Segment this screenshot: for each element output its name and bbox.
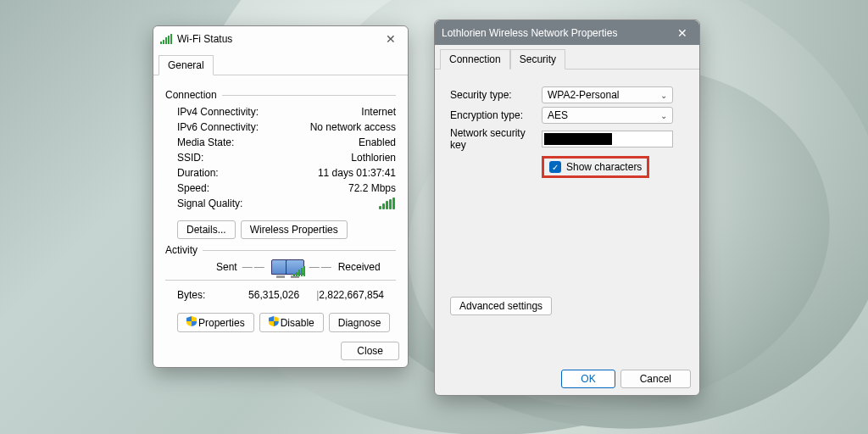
redacted-key	[544, 133, 612, 145]
properties-button[interactable]: Properties	[177, 313, 254, 332]
network-properties-window: Lothlorien Wireless Network Properties ✕…	[434, 19, 700, 396]
network-key-input[interactable]	[542, 131, 673, 147]
bytes-received-value: 2,822,667,854	[319, 289, 384, 301]
wireless-properties-button[interactable]: Wireless Properties	[241, 220, 348, 239]
network-activity-icon	[271, 259, 304, 275]
show-characters-checkbox[interactable]: ✓	[549, 161, 561, 173]
divider: ——	[304, 261, 338, 273]
duration-value: 11 days 01:37:41	[318, 167, 396, 179]
show-characters-highlight: ✓ Show characters	[542, 156, 649, 178]
encryption-type-value: AES	[548, 109, 568, 121]
advanced-settings-button[interactable]: Advanced settings	[450, 297, 552, 315]
received-label: Received	[338, 261, 381, 273]
network-key-label: Network security key	[450, 127, 542, 151]
ipv6-value: No network access	[310, 121, 396, 133]
security-type-value: WPA2-Personal	[548, 89, 619, 101]
diagnose-button[interactable]: Diagnose	[329, 313, 391, 332]
close-icon[interactable]: ✕	[672, 26, 693, 40]
media-state-label: Media State:	[177, 136, 234, 148]
bytes-sent-value: 56,315,026	[236, 289, 316, 301]
divider: ——	[237, 261, 271, 273]
details-button[interactable]: Details...	[177, 220, 236, 239]
security-type-label: Security type:	[450, 89, 542, 101]
tab-security[interactable]: Security	[510, 49, 565, 70]
disable-button[interactable]: Disable	[259, 313, 324, 332]
encryption-type-dropdown[interactable]: AES ⌄	[542, 107, 673, 124]
ok-button[interactable]: OK	[561, 370, 615, 388]
wifi-status-window: Wi-Fi Status ✕ General Connection IPv4 C…	[153, 25, 409, 368]
wifi-signal-icon	[160, 34, 172, 44]
speed-value: 72.2 Mbps	[348, 182, 396, 194]
shield-icon	[269, 316, 279, 326]
ipv4-value: Internet	[361, 106, 396, 118]
signal-quality-label: Signal Quality:	[177, 198, 242, 212]
speed-label: Speed:	[177, 182, 209, 194]
tab-general[interactable]: General	[159, 55, 214, 75]
bytes-label: Bytes:	[177, 289, 236, 301]
ipv6-label: IPv6 Connectivity:	[177, 121, 259, 133]
ssid-value: Lothlorien	[351, 152, 396, 164]
sent-label: Sent	[216, 261, 237, 273]
close-button[interactable]: Close	[341, 342, 399, 360]
chevron-down-icon: ⌄	[660, 111, 667, 120]
duration-label: Duration:	[177, 167, 219, 179]
ssid-label: SSID:	[177, 152, 203, 164]
cancel-button[interactable]: Cancel	[620, 370, 691, 388]
window-title: Wi-Fi Status	[177, 33, 381, 45]
media-state-value: Enabled	[359, 136, 396, 148]
signal-quality-icon	[379, 198, 396, 212]
ipv4-label: IPv4 Connectivity:	[177, 106, 259, 118]
close-icon[interactable]: ✕	[381, 32, 401, 46]
chevron-down-icon: ⌄	[660, 91, 667, 100]
window-title: Lothlorien Wireless Network Properties	[442, 27, 672, 39]
group-connection-label: Connection	[165, 89, 217, 101]
titlebar[interactable]: Lothlorien Wireless Network Properties ✕	[435, 20, 699, 45]
group-activity-label: Activity	[165, 244, 198, 256]
security-type-dropdown[interactable]: WPA2-Personal ⌄	[542, 86, 673, 103]
show-characters-label: Show characters	[566, 161, 642, 173]
encryption-type-label: Encryption type:	[450, 109, 542, 121]
tab-connection[interactable]: Connection	[440, 49, 510, 70]
shield-icon	[186, 316, 197, 326]
titlebar[interactable]: Wi-Fi Status ✕	[153, 26, 408, 51]
